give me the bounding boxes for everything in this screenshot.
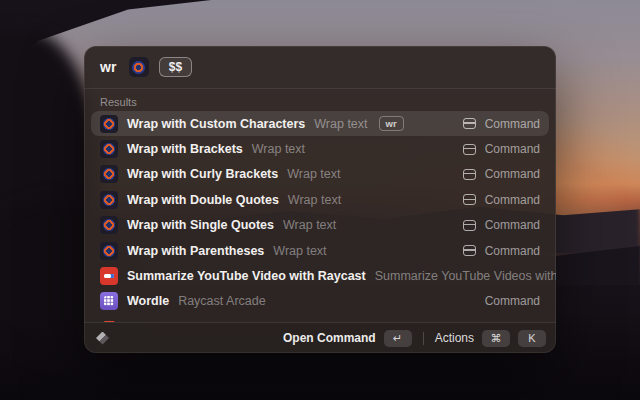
row-icon [100, 115, 118, 133]
row-title: Wrap with Custom Characters [127, 117, 305, 131]
alias-badge: wr [379, 116, 404, 131]
row-type-label: Command [485, 117, 540, 131]
list-item[interactable]: Summarize YouTube Video with Raycast Sum… [91, 263, 549, 288]
row-icon [100, 242, 118, 260]
raycast-window: wr $$ Results Wrap with Custom Character… [84, 46, 556, 353]
footer-divider [423, 332, 424, 345]
list-item[interactable]: Wordle Raycast Arcade Command [91, 289, 549, 314]
row-title: Wrap with Brackets [127, 142, 243, 156]
list-item[interactable]: T Improve Writing Raycast AI AI Command [91, 314, 549, 322]
row-title: Wrap with Parentheses [127, 244, 264, 258]
window-mode-icon [463, 220, 476, 231]
search-input[interactable]: wr [100, 59, 117, 75]
results-list: Wrap with Custom Characters Wrap text wr… [84, 111, 556, 322]
raycast-logo-icon [96, 332, 109, 345]
row-subtitle: Summarize YouTube Videos with AI [375, 269, 556, 283]
row-type-label: Command [485, 294, 540, 308]
row-icon [100, 191, 118, 209]
desktop-wallpaper: wr $$ Results Wrap with Custom Character… [0, 0, 640, 400]
window-mode-icon [463, 245, 476, 256]
row-subtitle: Raycast Arcade [178, 294, 266, 308]
results-header: Results [84, 89, 556, 111]
window-mode-icon [463, 144, 476, 155]
row-subtitle: Wrap text [314, 117, 367, 131]
list-item[interactable]: Wrap with Brackets Wrap text Command [91, 136, 549, 161]
row-type-label: Command [485, 142, 540, 156]
row-icon [100, 216, 118, 234]
footer-bar: Open Command ↵ Actions ⌘ K [84, 322, 556, 353]
actions-button[interactable]: Actions [435, 331, 474, 345]
wrap-extension-icon [129, 57, 149, 77]
row-title: Wrap with Curly Brackets [127, 167, 278, 181]
row-subtitle: Wrap text [283, 218, 336, 232]
list-item[interactable]: Wrap with Curly Brackets Wrap text Comma… [91, 162, 549, 187]
row-icon [100, 292, 118, 310]
row-icon [100, 165, 118, 183]
row-title: Wordle [127, 294, 169, 308]
row-type-label: Command [485, 167, 540, 181]
argument-tag[interactable]: $$ [159, 57, 192, 77]
row-subtitle: Wrap text [273, 244, 326, 258]
row-icon [100, 140, 118, 158]
open-command-action[interactable]: Open Command [283, 331, 376, 345]
row-subtitle: Wrap text [287, 167, 340, 181]
row-subtitle: Wrap text [288, 193, 341, 207]
search-bar[interactable]: wr $$ [84, 46, 556, 89]
row-type-label: Command [485, 193, 540, 207]
list-item[interactable]: Wrap with Single Quotes Wrap text Comman… [91, 213, 549, 238]
row-title: Summarize YouTube Video with Raycast [127, 269, 366, 283]
window-mode-icon [463, 194, 476, 205]
cmd-key-icon: ⌘ [482, 330, 510, 347]
window-mode-icon [463, 169, 476, 180]
window-mode-icon [463, 118, 476, 129]
k-key-icon: K [518, 330, 546, 347]
row-title: Wrap with Single Quotes [127, 218, 274, 232]
list-item[interactable]: Wrap with Double Quotes Wrap text Comman… [91, 187, 549, 212]
row-type-label: Command [485, 244, 540, 258]
return-key-icon: ↵ [384, 330, 412, 347]
row-subtitle: Wrap text [252, 142, 305, 156]
list-item[interactable]: Wrap with Custom Characters Wrap text wr… [91, 111, 549, 136]
row-icon [100, 267, 118, 285]
list-item[interactable]: Wrap with Parentheses Wrap text Command [91, 238, 549, 263]
row-title: Wrap with Double Quotes [127, 193, 279, 207]
row-type-label: Command [485, 218, 540, 232]
